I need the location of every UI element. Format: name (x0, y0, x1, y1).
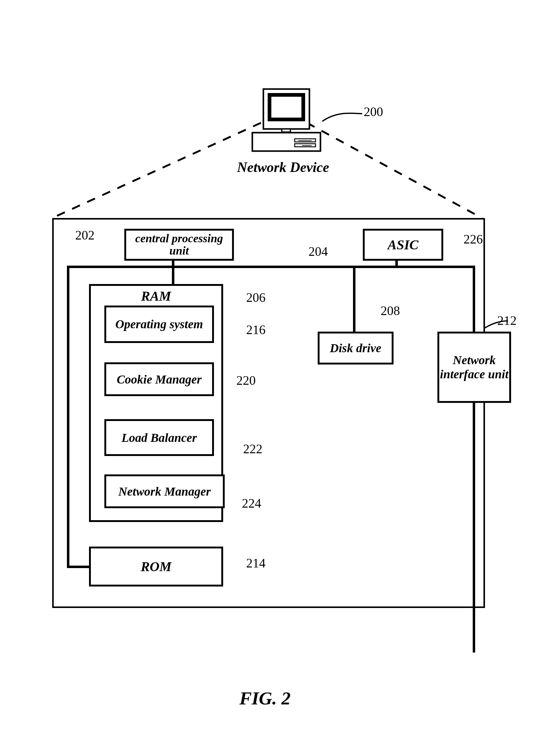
block-niu-label: Network interface unit (439, 353, 509, 381)
bus-to-rom (67, 566, 92, 568)
block-os-label: Operating system (115, 318, 203, 331)
block-rom: ROM (89, 547, 223, 586)
ref-212: 212 (497, 313, 517, 328)
block-nm: Network Manager (104, 474, 225, 508)
block-cpu-label: central processing unit (126, 232, 232, 257)
ref-208: 208 (381, 303, 400, 318)
svg-line-0 (52, 123, 261, 218)
bus-horizontal (67, 266, 475, 268)
block-lb: Load Balancer (104, 419, 214, 456)
block-niu: Network interface unit (437, 332, 511, 403)
block-nm-label: Network Manager (118, 484, 211, 499)
bus-to-niu-bottom (473, 401, 475, 653)
ref-200: 200 (364, 104, 383, 119)
block-disk: Disk drive (318, 332, 393, 364)
block-cookie: Cookie Manager (104, 362, 214, 396)
block-rom-label: ROM (141, 559, 171, 575)
block-ram-label: RAM (91, 288, 221, 304)
ref-224: 224 (242, 496, 261, 511)
block-asic: ASIC (363, 229, 443, 261)
ref-206: 206 (246, 290, 266, 305)
ref-214: 214 (246, 556, 266, 571)
bus-to-niu-top (473, 266, 475, 333)
ref-202: 202 (75, 228, 95, 243)
ref-216: 216 (246, 322, 266, 337)
svg-rect-6 (252, 133, 320, 151)
svg-rect-4 (272, 97, 301, 118)
ref-222: 222 (243, 442, 263, 456)
block-asic-label: ASIC (388, 237, 418, 253)
svg-rect-5 (282, 129, 290, 132)
block-os: Operating system (104, 306, 214, 343)
svg-rect-8 (295, 144, 315, 147)
svg-rect-7 (295, 139, 315, 142)
bus-left-drop (67, 266, 69, 568)
svg-rect-3 (268, 93, 305, 121)
block-cpu: central processing unit (124, 229, 234, 261)
bus-to-disk (353, 266, 355, 332)
svg-rect-2 (264, 89, 309, 129)
device-label: Network Device (237, 159, 329, 175)
diagram-canvas: 200 Network Device central processing un… (0, 0, 543, 756)
ref-226: 226 (463, 232, 483, 247)
svg-line-1 (307, 123, 482, 218)
ref-220: 220 (236, 373, 256, 388)
block-disk-label: Disk drive (330, 341, 381, 355)
block-lb-label: Load Balancer (122, 431, 197, 445)
ref-204: 204 (308, 244, 328, 259)
bus-to-ram (172, 266, 174, 286)
block-cookie-label: Cookie Manager (117, 372, 202, 387)
figure-label: FIG. 2 (240, 688, 291, 709)
